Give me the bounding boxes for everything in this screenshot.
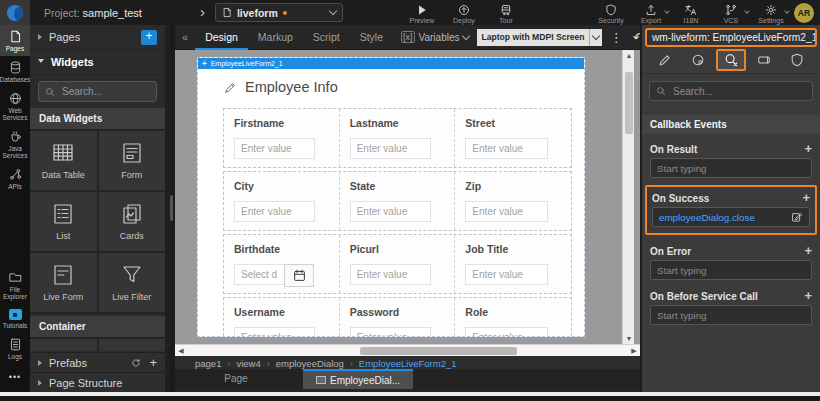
form-field-username[interactable]: Username (224, 298, 340, 337)
properties-search-input[interactable] (671, 85, 806, 98)
tab-employee-dialog[interactable]: EmployeeDial... (303, 369, 413, 389)
widget-selection-bar[interactable]: + EmployeeLiveForm2_1 (198, 58, 584, 69)
tour-button[interactable]: Tour (489, 2, 523, 24)
birthdate-input[interactable] (234, 264, 284, 285)
widget-list[interactable]: List (30, 192, 97, 251)
i18n-button[interactable]: I18N (674, 2, 708, 24)
variables-button[interactable]: [x] Variables (401, 31, 469, 43)
add-on-error-button[interactable]: + (804, 245, 812, 257)
jobtitle-input[interactable] (465, 264, 547, 285)
canvas-vertical-scrollbar[interactable]: ▲ ▼ (622, 50, 634, 344)
rail-item-databases[interactable]: Databases (0, 56, 30, 87)
widget-form[interactable]: Form (99, 131, 166, 190)
refresh-icon[interactable] (131, 358, 141, 368)
breadcrumb-current[interactable]: EmployeeLiveForm2_1 (359, 358, 457, 369)
form-field-state[interactable]: State (340, 172, 456, 230)
live-form[interactable]: Firstname Lastname Street (223, 108, 572, 337)
form-field-picurl[interactable]: Picurl (340, 235, 456, 293)
widget-search-input[interactable] (60, 85, 150, 98)
rail-item-pages[interactable]: Pages (0, 25, 30, 56)
form-field-city[interactable]: City (224, 172, 340, 230)
form-field-zip[interactable]: Zip (455, 172, 571, 230)
widget-live-filter[interactable]: Live Filter (99, 253, 166, 312)
form-field-lastname[interactable]: Lastname (340, 109, 456, 167)
state-input[interactable] (350, 201, 431, 222)
tab-script[interactable]: Script (303, 25, 350, 50)
form-field-birthdate[interactable]: Birthdate (224, 235, 340, 293)
edit-script-button[interactable] (791, 211, 803, 223)
deploy-button[interactable]: Deploy (447, 2, 481, 24)
tab-style[interactable]: Style (350, 25, 393, 50)
breadcrumb-page1[interactable]: page1 (195, 358, 221, 369)
rail-item-logs[interactable]: Logs (0, 333, 30, 364)
device-selector-chevron[interactable] (589, 29, 602, 46)
add-on-success-button[interactable]: + (802, 192, 810, 204)
page-structure-section-header[interactable]: Page Structure (30, 372, 165, 392)
tab-properties[interactable] (650, 49, 680, 71)
form-title[interactable]: Employee Info (224, 79, 584, 95)
city-input[interactable] (234, 201, 315, 222)
password-input[interactable] (350, 327, 431, 337)
properties-search[interactable] (649, 81, 813, 101)
canvas-page[interactable]: + EmployeeLiveForm2_1 Employee Info Firs… (197, 57, 585, 337)
design-canvas[interactable]: + EmployeeLiveForm2_1 Employee Info Firs… (175, 50, 640, 381)
collapse-left-panel-button[interactable]: « (175, 31, 195, 43)
tab-page[interactable]: Page (197, 369, 275, 389)
tab-markup[interactable]: Markup (248, 25, 303, 50)
vertical-scroll-thumb[interactable] (625, 72, 633, 134)
add-prefab-button[interactable]: + (149, 358, 157, 368)
picurl-input[interactable] (350, 264, 431, 285)
breadcrumb-view4[interactable]: view4 (236, 358, 260, 369)
widget-layout[interactable] (99, 339, 166, 351)
preview-button[interactable]: Preview (405, 2, 439, 24)
on-success-value[interactable]: employeeDialog.close (659, 212, 791, 223)
add-on-result-button[interactable]: + (804, 143, 812, 155)
widget-search[interactable] (38, 81, 157, 102)
tab-events[interactable] (716, 49, 746, 71)
horizontal-scroll-thumb[interactable] (360, 347, 517, 355)
app-logo[interactable] (0, 0, 30, 25)
firstname-input[interactable] (234, 138, 315, 159)
tab-device[interactable] (749, 49, 779, 71)
form-field-password[interactable]: Password (340, 298, 456, 337)
form-field-street[interactable]: Street (455, 109, 571, 167)
on-error-input[interactable] (650, 260, 812, 280)
username-input[interactable] (234, 327, 315, 337)
widgets-section-header[interactable]: Widgets (30, 50, 165, 75)
lastname-input[interactable] (350, 138, 431, 159)
tab-styles[interactable] (683, 49, 713, 71)
calendar-button[interactable] (284, 264, 314, 287)
role-input[interactable] (465, 327, 547, 337)
zip-input[interactable] (465, 201, 547, 222)
scroll-up-arrow[interactable]: ▲ (623, 50, 635, 61)
rail-item-tutorials[interactable]: Tutorials (0, 304, 30, 333)
tab-security[interactable] (782, 49, 812, 71)
user-avatar[interactable]: AR (794, 3, 814, 23)
widget-cards[interactable]: Cards (99, 192, 166, 251)
pages-section-header[interactable]: Pages + (30, 25, 165, 50)
more-options-button[interactable]: ⋮ (610, 30, 623, 45)
rail-item-file-explorer[interactable]: File Explorer (0, 266, 30, 304)
add-page-button[interactable]: + (141, 30, 157, 45)
form-field-firstname[interactable]: Firstname (224, 109, 340, 167)
on-before-service-call-input[interactable] (650, 305, 812, 325)
device-selector[interactable]: Laptop with MDPI Screen (477, 29, 601, 46)
form-field-role[interactable]: Role (455, 298, 571, 337)
canvas-horizontal-scrollbar[interactable]: ◀ ▶ (175, 344, 640, 356)
prefabs-section-header[interactable]: Prefabs + (30, 352, 165, 372)
add-on-before-service-call-button[interactable]: + (804, 290, 812, 302)
street-input[interactable] (465, 138, 547, 159)
scroll-down-arrow[interactable]: ▼ (623, 333, 635, 344)
export-button[interactable]: Export (634, 2, 668, 24)
rail-item-java-services[interactable]: Java Services (0, 125, 30, 163)
security-button[interactable]: Security (594, 2, 628, 24)
widget-data-table[interactable]: Data Table (30, 131, 97, 190)
vcs-button[interactable]: VCS (714, 2, 748, 24)
widget-live-form[interactable]: Live Form (30, 253, 97, 312)
breadcrumb-employee-dialog[interactable]: employeeDialog (276, 358, 344, 369)
panel-resize-handle[interactable] (170, 195, 173, 221)
tab-design[interactable]: Design (195, 25, 248, 50)
on-success-input[interactable]: employeeDialog.close (652, 207, 810, 227)
rail-item-apis[interactable]: APIs (0, 163, 30, 194)
rail-item-web-services[interactable]: Web Services (0, 87, 30, 125)
